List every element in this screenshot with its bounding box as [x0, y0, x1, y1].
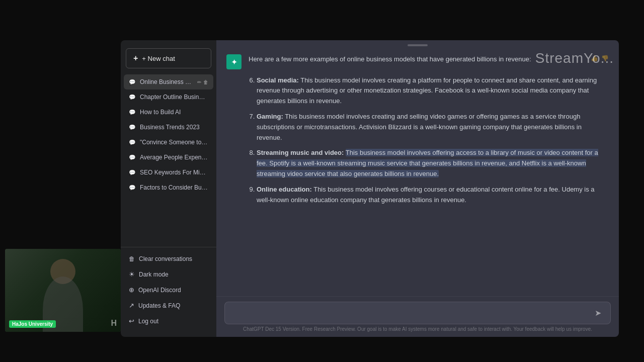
- chat-list-item-6: Social media: This business model involv…: [257, 75, 609, 107]
- history-item-label: "Convince Someone to Prom...: [140, 139, 208, 146]
- edit-icon[interactable]: [197, 79, 201, 85]
- chat-list-item-7: Gaming: This business model involves cre…: [257, 112, 609, 143]
- item-title: Gaming:: [257, 113, 283, 120]
- history-item-label: Online Business Mode...: [140, 78, 193, 85]
- footer-item-updates[interactable]: Updates & FAQ: [124, 298, 213, 313]
- new-chat-button[interactable]: + New chat: [126, 48, 211, 68]
- send-icon: [595, 309, 601, 317]
- history-item-3[interactable]: How to Build AI: [124, 105, 213, 120]
- chat-items-list: Social media: This business model involv…: [249, 75, 609, 206]
- item-title: Online education:: [257, 186, 312, 193]
- history-item-label: Factors to Consider Buying S...: [140, 184, 208, 191]
- icon-updates: [129, 302, 134, 309]
- chat-input[interactable]: [232, 309, 588, 317]
- icon-dark: [129, 270, 135, 278]
- footer-item-label: Log out: [138, 318, 158, 325]
- chat-area: ✦ Here are a few more examples of online…: [216, 40, 619, 337]
- history-item-label: Average People Expensive P...: [140, 154, 208, 161]
- history-item-6[interactable]: Average People Expensive P...: [124, 150, 213, 165]
- item-title: Social media:: [257, 76, 299, 84]
- icon-clear: [129, 255, 135, 262]
- input-area: ChatGPT Dec 15 Version. Free Research Pr…: [216, 296, 619, 337]
- footer-item-clear[interactable]: Clear conversations: [124, 251, 213, 266]
- messages-container: ✦ Here are a few more examples of online…: [216, 48, 619, 296]
- footer-note: ChatGPT Dec 15 Version. Free Research Pr…: [224, 324, 611, 333]
- item-actions: [197, 79, 208, 85]
- chat-list-item-9: Online education: This business model in…: [257, 185, 609, 206]
- history-item-label: How to Build AI: [140, 109, 208, 116]
- footer-item-discord[interactable]: OpenAI Discord: [124, 282, 213, 298]
- new-chat-label: + New chat: [142, 55, 175, 62]
- sidebar-footer: Clear conversations Dark mode OpenAI Dis…: [121, 247, 216, 333]
- chat-icon: [129, 154, 136, 161]
- history-item-label: Business Trends 2023: [140, 124, 208, 131]
- chatgpt-avatar: ✦: [226, 54, 242, 69]
- message-body: Here are a few more examples of online b…: [249, 54, 609, 210]
- footer-item-label: Updates & FAQ: [138, 302, 180, 309]
- footer-item-label: Dark mode: [139, 271, 169, 278]
- plus-icon: [133, 54, 138, 63]
- sidebar: + New chat Online Business Mode... Chapt…: [121, 40, 216, 337]
- icon-discord: [129, 286, 134, 294]
- assistant-message: ✦ Here are a few more examples of online…: [226, 54, 609, 210]
- item-title: Streaming music and video:: [257, 149, 344, 156]
- history-item-label: SEO Keywords For Miami: [140, 169, 208, 176]
- chat-icon: [129, 124, 136, 131]
- footer-item-logout[interactable]: Log out: [124, 313, 213, 329]
- history-item-label: Chapter Outline Business Ro...: [140, 94, 208, 101]
- chat-list-item-8: Streaming music and video: This business…: [257, 148, 609, 179]
- drag-handle[interactable]: [408, 44, 428, 46]
- history-item-4[interactable]: Business Trends 2023: [124, 120, 213, 135]
- footer-item-label: OpenAI Discord: [138, 287, 181, 294]
- chat-icon: [129, 94, 136, 101]
- webcam-overlay: HaJos University H: [5, 249, 121, 332]
- item-body: This business model involves creating an…: [257, 113, 582, 141]
- chat-icon: [129, 184, 136, 191]
- app-container: + New chat Online Business Mode... Chapt…: [121, 40, 619, 337]
- history-item-2[interactable]: Chapter Outline Business Ro...: [124, 89, 213, 105]
- item-body: This business model involves creating a …: [257, 76, 597, 105]
- streamyard-watermark: StreamYo...: [535, 50, 614, 66]
- footer-item-label: Clear conversations: [139, 255, 192, 262]
- history-item-8[interactable]: Factors to Consider Buying S...: [124, 180, 213, 195]
- icon-logout: [129, 317, 134, 325]
- footer-item-dark[interactable]: Dark mode: [124, 266, 213, 282]
- chat-icon: [129, 78, 136, 85]
- input-wrapper: [224, 302, 611, 324]
- send-button[interactable]: [593, 307, 603, 319]
- chat-icon: [129, 109, 136, 116]
- history-item-1[interactable]: Online Business Mode...: [124, 74, 213, 89]
- delete-icon[interactable]: [203, 79, 208, 85]
- chat-icon: [129, 169, 136, 176]
- history-item-5[interactable]: "Convince Someone to Prom...: [124, 135, 213, 150]
- chat-icon: [129, 139, 136, 146]
- webcam-video: HaJos University H: [5, 249, 121, 332]
- chat-history-list: Online Business Mode... Chapter Outline …: [121, 74, 216, 247]
- webcam-channel-label: HaJos University: [9, 320, 56, 328]
- history-item-7[interactable]: SEO Keywords For Miami: [124, 165, 213, 180]
- webcam-logo: H: [111, 319, 117, 328]
